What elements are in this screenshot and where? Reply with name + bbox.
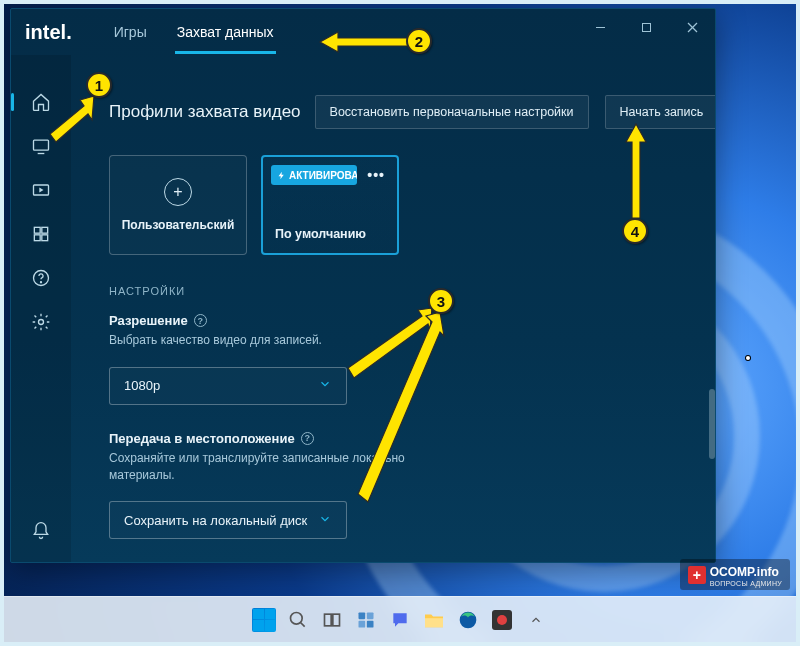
taskbar-widgets-icon[interactable] [352, 606, 380, 634]
setting-destination: Передача в местоположение ? Сохраняйте и… [109, 431, 687, 540]
intel-logo: intel. [25, 21, 72, 44]
help-icon[interactable]: ? [301, 432, 314, 445]
resolution-select[interactable]: 1080p [109, 367, 347, 405]
scrollbar-thumb[interactable] [709, 389, 715, 459]
chevron-down-icon [318, 512, 332, 529]
settings-section-label: НАСТРОЙКИ [109, 285, 687, 297]
svg-rect-25 [367, 612, 374, 619]
destination-select[interactable]: Сохранить на локальный диск [109, 501, 347, 539]
watermark-text: OCOMP.info [710, 565, 779, 579]
taskbar-start-icon[interactable] [250, 606, 278, 634]
sidebar-video-icon[interactable] [30, 179, 52, 201]
svg-rect-8 [34, 227, 40, 233]
maximize-button[interactable] [623, 9, 669, 45]
annotation-marker-1: 1 [86, 72, 112, 98]
profile-more-button[interactable]: ••• [363, 165, 389, 185]
svg-rect-11 [42, 235, 48, 241]
sidebar-settings-icon[interactable] [30, 311, 52, 333]
svg-rect-22 [325, 614, 332, 626]
svg-rect-10 [34, 235, 40, 241]
titlebar: intel. Игры Захват данных [11, 9, 715, 55]
svg-rect-1 [642, 23, 650, 31]
svg-point-20 [291, 612, 303, 624]
taskbar-taskview-icon[interactable] [318, 606, 346, 634]
annotation-marker-3: 3 [428, 288, 454, 314]
profile-default-label: По умолчанию [275, 227, 366, 241]
destination-desc: Сохраняйте или транслируйте записанные л… [109, 450, 469, 484]
main-tabs: Игры Захват данных [114, 9, 274, 55]
svg-rect-28 [425, 618, 443, 627]
svg-rect-24 [359, 612, 366, 619]
close-button[interactable] [669, 9, 715, 45]
destination-title: Передача в местоположение [109, 431, 295, 446]
watermark-subtext: ВОПРОСЫ АДМИНУ [710, 580, 782, 587]
minimize-button[interactable] [577, 9, 623, 45]
watermark: + OCOMP.info ВОПРОСЫ АДМИНУ [680, 559, 790, 590]
profile-card-default[interactable]: АКТИВИРОВА... ••• По умолчанию [261, 155, 399, 255]
taskbar-tray-icon[interactable] [522, 606, 550, 634]
annotation-marker-2: 2 [406, 28, 432, 54]
active-badge: АКТИВИРОВА... [271, 165, 357, 185]
svg-rect-26 [359, 620, 366, 627]
svg-marker-7 [39, 188, 43, 193]
tab-capture[interactable]: Захват данных [177, 12, 274, 52]
intel-arc-window: intel. Игры Захват данных Профили захват… [10, 8, 716, 563]
svg-point-13 [41, 282, 42, 283]
taskbar-search-icon[interactable] [284, 606, 312, 634]
taskbar-app-icon[interactable] [488, 606, 516, 634]
svg-line-21 [301, 622, 305, 626]
resolution-desc: Выбрать качество видео для записей. [109, 332, 469, 349]
tab-games[interactable]: Игры [114, 12, 147, 52]
sidebar-notifications-icon[interactable] [30, 520, 52, 542]
svg-point-31 [497, 615, 507, 625]
sidebar-apps-icon[interactable] [30, 223, 52, 245]
profile-custom-label: Пользовательский [122, 218, 235, 232]
watermark-plus-icon: + [688, 566, 706, 584]
restore-defaults-button[interactable]: Восстановить первоначальные настройки [315, 95, 589, 129]
sidebar-display-icon[interactable] [30, 135, 52, 157]
cursor-indicator [742, 352, 754, 364]
taskbar-edge-icon[interactable] [454, 606, 482, 634]
chevron-down-icon [318, 377, 332, 394]
start-recording-button[interactable]: Начать запись [605, 95, 715, 129]
svg-rect-23 [333, 614, 340, 626]
page-title: Профили захвата видео [109, 102, 301, 122]
sidebar-home-icon[interactable] [30, 91, 52, 113]
main-content: Профили захвата видео Восстановить перво… [71, 55, 715, 562]
svg-point-14 [39, 320, 44, 325]
window-controls [577, 9, 715, 45]
profile-cards: + Пользовательский АКТИВИРОВА... ••• По … [109, 155, 687, 255]
bolt-icon [277, 171, 286, 180]
profile-card-custom[interactable]: + Пользовательский [109, 155, 247, 255]
sidebar-help-icon[interactable] [30, 267, 52, 289]
resolution-title: Разрешение [109, 313, 188, 328]
setting-resolution: Разрешение ? Выбрать качество видео для … [109, 313, 687, 405]
svg-rect-27 [367, 620, 374, 627]
annotation-marker-4: 4 [622, 218, 648, 244]
help-icon[interactable]: ? [194, 314, 207, 327]
windows-taskbar[interactable] [4, 596, 796, 642]
taskbar-chat-icon[interactable] [386, 606, 414, 634]
plus-icon: + [164, 178, 192, 206]
taskbar-explorer-icon[interactable] [420, 606, 448, 634]
sidebar [11, 55, 71, 562]
svg-rect-4 [34, 140, 49, 150]
svg-rect-9 [42, 227, 48, 233]
